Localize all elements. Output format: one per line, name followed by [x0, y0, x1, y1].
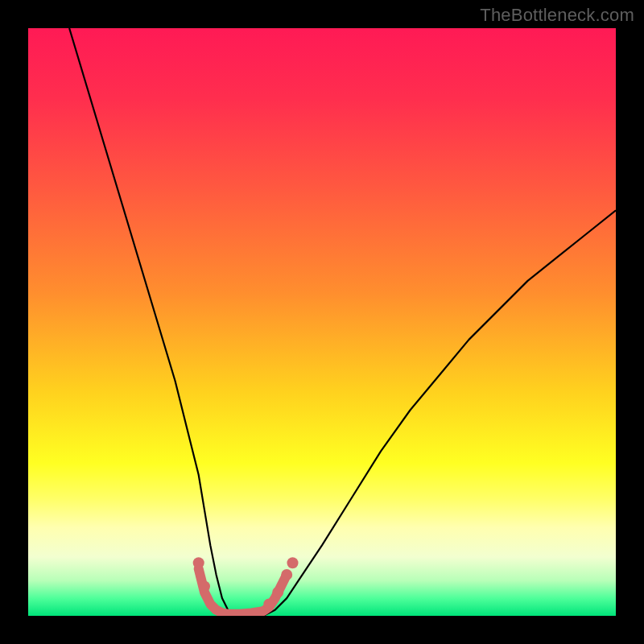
chart-svg	[28, 28, 616, 616]
series-group	[69, 28, 616, 616]
highlight-dot	[287, 557, 299, 568]
highlight-dot	[272, 587, 283, 598]
watermark-text: TheBottleneck.com	[480, 5, 634, 26]
highlight-dot	[199, 581, 210, 592]
highlight-dot	[263, 598, 275, 609]
highlight-dot	[281, 569, 292, 580]
highlight-dot	[193, 557, 204, 568]
plot-area	[28, 28, 616, 616]
bottleneck-curve	[69, 28, 616, 616]
chart-frame: TheBottleneck.com	[0, 0, 644, 644]
